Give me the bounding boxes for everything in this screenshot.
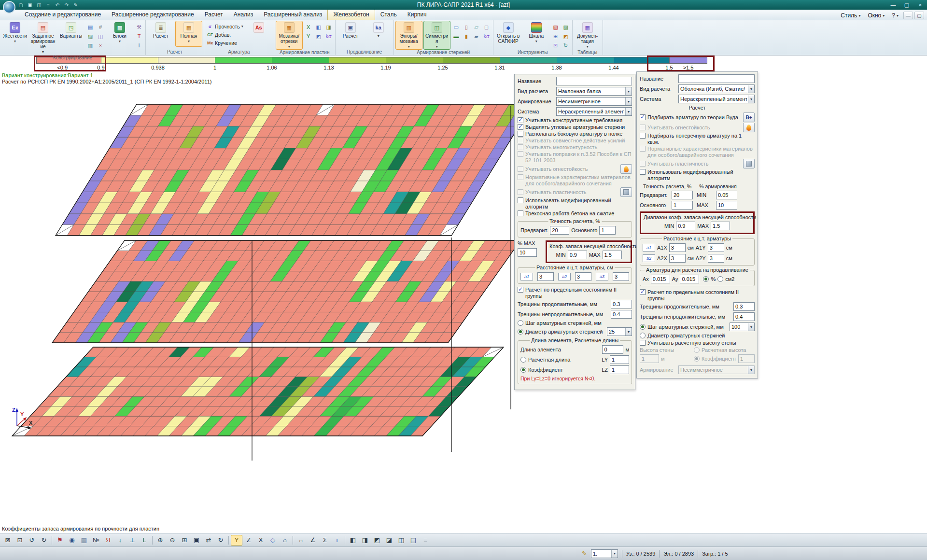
toolbar-settings-icon[interactable]: ≡ (420, 535, 431, 546)
p2-wall-height-checkbox[interactable]: Учитывать расчетную высоту стены (640, 340, 755, 346)
edit-icon[interactable]: ✎ (71, 1, 80, 9)
bar-tool6-icon[interactable]: ▮ (462, 32, 471, 41)
p1-step-radio[interactable]: Шаг арматурных стержней, мм (518, 320, 632, 326)
p1-percent-max-input[interactable] (518, 248, 537, 257)
restore-fragment-icon[interactable]: ⊡ (14, 535, 26, 546)
full-calc-button[interactable]: ▦Полная▾ (175, 21, 202, 47)
punching-coef-button[interactable]: kа▾ (365, 21, 392, 47)
bar-tool4-icon[interactable]: ◻ (482, 23, 492, 31)
direction-x-icon[interactable]: X (304, 23, 313, 31)
plate-cube1-icon[interactable]: ◧ (314, 23, 323, 31)
tee-section-icon[interactable]: Т (134, 32, 144, 41)
p2-system-select[interactable]: Нераскрепленный элемент ▾ (678, 95, 755, 103)
menu-tab-advanced-analysis[interactable]: Расширенный анализ (258, 10, 327, 20)
refresh-icon[interactable]: ↻ (561, 41, 571, 50)
sum-icon[interactable]: Σ (319, 535, 331, 546)
p2-checkbox-3[interactable]: Нормативные характеристики материалов дл… (640, 146, 755, 158)
p1-checkbox-8[interactable]: Нормативные характеристики материалов дл… (518, 174, 632, 187)
undo-view-icon[interactable]: ↺ (26, 535, 38, 546)
p1-checkbox-10[interactable]: Использовать модифицированный алгоритм (518, 197, 632, 210)
draw-flags-icon[interactable]: ⚑ (54, 535, 66, 546)
p1-accuracy-pre-input[interactable] (550, 226, 569, 235)
p1-checkbox-3[interactable]: Располагать боковую арматуру в полке (518, 131, 632, 137)
shading-icon[interactable]: ▨ (561, 23, 571, 31)
panel-bottom-icon[interactable]: ◪ (383, 535, 395, 546)
p2-wall-height-input[interactable] (640, 354, 659, 363)
k-sigma-bars-icon[interactable]: kσ (482, 32, 492, 41)
bar-tool1-icon[interactable]: ▭ (451, 23, 461, 31)
p1-diameter-select[interactable]: 25 ▾ (607, 327, 632, 336)
p2-checkbox-2[interactable]: Подбирать поперечную арматуру на 1 кв.м. (640, 133, 755, 145)
p2-step-radio[interactable]: Шаг арматурных стержней, мм (640, 324, 728, 330)
element-numbers-icon[interactable]: Я (102, 535, 114, 546)
p1-accuracy-main-input[interactable] (599, 226, 616, 235)
pan-icon[interactable]: ⇄ (203, 535, 214, 546)
palette-icon[interactable]: ▧ (551, 23, 561, 31)
p2-name-input[interactable] (678, 74, 755, 83)
p1-safety-min-input[interactable] (568, 251, 587, 259)
child-minimize-button[interactable]: — (903, 12, 913, 19)
mosaic-segments-button[interactable]: ▦Мозаика/отрезки▾ (276, 21, 303, 50)
menu-icon[interactable]: ≡ (44, 1, 53, 9)
show-elements-icon[interactable]: ▦ (78, 535, 90, 546)
p1-a2-input[interactable] (575, 272, 591, 281)
open-model-icon[interactable]: ▣ (26, 1, 34, 9)
flame-icon-button[interactable] (620, 164, 632, 174)
flame-icon-button[interactable] (743, 123, 755, 132)
punching-calc-button[interactable]: ▣Расчет (337, 21, 364, 47)
filter-icon[interactable]: ◩ (561, 32, 571, 41)
menu-help[interactable]: ?▾ (888, 11, 902, 20)
hammer-icon[interactable]: ⚒ (134, 23, 144, 31)
node-numbers-icon[interactable]: № (90, 535, 102, 546)
menu-tab-create-edit[interactable]: Создание и редактирование (19, 10, 106, 20)
units-icon[interactable]: ⊞ (551, 32, 561, 41)
beam-section-icon[interactable]: I (134, 41, 144, 50)
local-axes-icon[interactable]: L (139, 535, 150, 546)
p2-checkbox-4[interactable]: Учитывать пластичность (640, 161, 741, 167)
diagrams-mosaic-button[interactable]: ▥Эпюры/мозаика▾ (395, 21, 422, 50)
p1-crack-long-input[interactable] (611, 300, 632, 308)
p1-checkbox-7[interactable]: Учитывать огнестойкость (518, 166, 618, 172)
p2-wood-theory-checkbox[interactable]: Подбирать арматуру по теории Вуда (640, 114, 741, 121)
plane-xoy-icon[interactable]: Y (231, 535, 242, 546)
p1-calc-length-radio[interactable]: Расчетная длина (520, 357, 600, 363)
panel-right-icon[interactable]: ◨ (359, 535, 371, 546)
p2-a1x-input[interactable] (669, 243, 686, 252)
redo-icon[interactable]: ↷ (62, 1, 71, 9)
p1-sls-checkbox[interactable]: Расчет по предельным состояниям II групп… (518, 287, 632, 299)
p2-safety-min-input[interactable] (676, 222, 695, 230)
plate-cube3-icon[interactable]: ◩ (314, 32, 323, 41)
fragment-icon[interactable]: ⊠ (2, 535, 14, 546)
blocks-button[interactable]: ▩Блоки▾ (106, 21, 133, 47)
p2-step-select[interactable]: 100 ▾ (730, 322, 755, 331)
menu-tab-advanced-edit[interactable]: Расширенное редактирование (106, 10, 199, 20)
menu-window[interactable]: Окно▾ (864, 11, 888, 20)
open-sapfir-button[interactable]: ◆Открыть в САПФИР (495, 21, 522, 47)
bar-tool5-icon[interactable]: ▬ (451, 32, 461, 41)
child-restore-button[interactable]: ▢ (914, 12, 924, 19)
perspective-icon[interactable]: ⌂ (279, 535, 291, 546)
panel-split-icon[interactable]: ◫ (395, 535, 407, 546)
p1-name-input[interactable] (556, 77, 632, 85)
menu-tab-analysis[interactable]: Анализ (228, 10, 259, 20)
p2-percent-max-input[interactable] (716, 201, 737, 210)
p1-calc-type-select[interactable]: Наклонная балка ▾ (556, 87, 632, 96)
p2-cm2-radio[interactable]: см2 (717, 276, 734, 282)
copy-params-icon[interactable]: ◫ (96, 32, 105, 41)
p2-a2x-input[interactable] (669, 254, 686, 263)
p1-checkbox-4[interactable]: Учитывать совместное действие усилий (518, 138, 632, 144)
reinforcement-calc-button[interactable]: ≣Расчет (147, 21, 174, 47)
bar-tool2-icon[interactable]: ▯ (462, 23, 471, 31)
stiffness-button[interactable]: ЕкЖесткости▾ (1, 21, 28, 47)
undo-icon[interactable]: ↶ (53, 1, 62, 9)
menu-tab-calculation[interactable]: Расчет (199, 10, 228, 20)
save-icon[interactable]: ◫ (35, 1, 43, 9)
new-document-icon[interactable]: ▢ (16, 1, 25, 9)
p2-percent-min-input[interactable] (716, 191, 737, 199)
p1-checkbox-11[interactable]: Трехосная работа бетона на сжатие (518, 210, 632, 217)
p2-ax-input[interactable] (651, 275, 670, 283)
documentation-button[interactable]: ▦Докумен-тация▾ (574, 21, 601, 50)
p1-system-select[interactable]: Нераскрепленный элемент ▾ (556, 107, 632, 116)
wood-theory-button[interactable]: B+ (743, 112, 755, 122)
p1-coefficient-radio[interactable]: Коэффициент (520, 367, 600, 373)
